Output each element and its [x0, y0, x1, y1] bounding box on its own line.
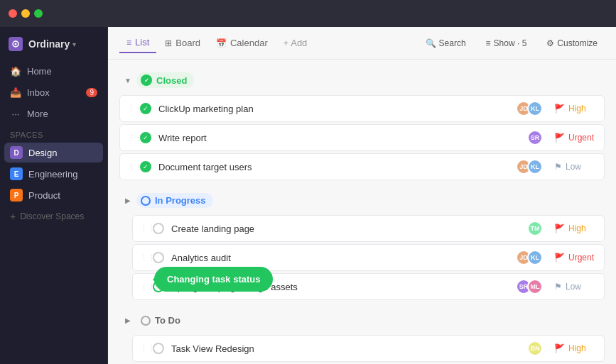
tooltip-bubble: Changing task status: [154, 267, 273, 292]
task-priority: 🚩 High: [554, 343, 597, 353]
task-name: ClickUp marketing plan: [158, 104, 516, 114]
sidebar-item-home[interactable]: 🏠 Home: [4, 61, 103, 81]
table-row[interactable]: ⋮⋮ Write report SR 🚩 Urgent: [119, 124, 605, 151]
flag-icon: 🚩: [554, 343, 565, 353]
more-icon: ···: [10, 108, 21, 119]
sidebar-item-engineering[interactable]: E Engineering: [4, 164, 103, 184]
sidebar-more-label: More: [27, 109, 48, 119]
closed-status-icon: ✓: [141, 75, 152, 86]
add-view-label: + Add: [283, 38, 308, 48]
table-row[interactable]: ⋮⋮ Task View Redesign BN 🚩 High: [132, 335, 605, 362]
home-icon: 🏠: [10, 65, 21, 77]
table-row[interactable]: ⋮⋮ ClickUp marketing plan JD KL 🚩 High: [119, 95, 605, 122]
drag-handle-icon: ⋮⋮: [127, 162, 136, 172]
group-header-in-progress[interactable]: ▶ In Progress: [119, 189, 605, 212]
task-name: Create landing page: [171, 224, 527, 234]
task-checkbox[interactable]: [140, 132, 151, 143]
search-label: Search: [439, 38, 466, 48]
traffic-lights: [9, 9, 43, 18]
drag-handle-icon: ⋮⋮: [127, 133, 136, 143]
avatar: KL: [527, 159, 543, 175]
gear-icon: ⚙: [546, 38, 554, 48]
sidebar-item-inbox[interactable]: 📥 Inbox 9: [4, 82, 103, 102]
drag-handle-icon: ⋮⋮: [140, 253, 148, 263]
task-priority: 🚩 Urgent: [554, 133, 597, 143]
tab-calendar-label: Calendar: [230, 38, 268, 48]
priority-label: Low: [566, 162, 581, 172]
avatar: SR: [527, 130, 543, 145]
sidebar: Ordinary ▾ 🏠 Home 📥 Inbox 9 ··· More Spa…: [0, 27, 108, 364]
main-content: ≡ List ⊞ Board 📅 Calendar + Add 🔍: [108, 27, 616, 364]
todo-badge: To Do: [136, 313, 188, 328]
sidebar-home-label: Home: [27, 66, 52, 77]
workspace-chevron-icon: ▾: [72, 40, 76, 48]
search-button[interactable]: 🔍 Search: [418, 35, 473, 52]
task-priority: 🚩 High: [554, 104, 597, 114]
drag-handle-icon: ⋮⋮: [140, 282, 148, 292]
tab-board[interactable]: ⊞ Board: [158, 33, 207, 53]
in-progress-label: In Progress: [155, 195, 206, 206]
engineering-space-dot: E: [10, 167, 23, 180]
table-row[interactable]: ⋮⋮ Create landing page TM 🚩 High: [132, 215, 605, 242]
priority-label: High: [568, 343, 586, 353]
task-avatars: BN: [527, 341, 543, 356]
in-progress-status-icon: [141, 196, 151, 206]
view-tabs: ≡ List ⊞ Board 📅 Calendar + Add: [119, 33, 418, 53]
task-checkbox[interactable]: [140, 161, 151, 172]
priority-label: Urgent: [568, 133, 594, 143]
design-space-dot: D: [10, 146, 23, 159]
tab-list-label: List: [135, 37, 149, 48]
search-icon: 🔍: [426, 38, 436, 48]
task-priority: ⚑ Low: [554, 162, 597, 172]
show-icon: ≡: [486, 38, 491, 48]
flag-icon: 🚩: [554, 133, 565, 143]
task-name: Analytics audit: [171, 253, 516, 263]
todo-chevron-icon: ▶: [122, 315, 134, 326]
discover-spaces-button[interactable]: + Discover Spaces: [0, 207, 107, 226]
flag-icon: 🚩: [554, 253, 565, 263]
task-checkbox[interactable]: [153, 252, 164, 263]
board-tab-icon: ⊞: [165, 38, 172, 48]
task-checkbox[interactable]: [153, 223, 164, 234]
titlebar: [0, 0, 616, 27]
task-checkbox[interactable]: [140, 103, 151, 114]
table-row[interactable]: ⋮⋮ Document target users JD KL ⚑ Low: [119, 153, 605, 180]
fullscreen-button[interactable]: [34, 9, 43, 18]
priority-label: Urgent: [568, 253, 594, 263]
add-view-button[interactable]: + Add: [276, 33, 315, 53]
task-avatars: SR ML: [516, 279, 543, 294]
flag-icon: ⚑: [554, 282, 562, 292]
drag-handle-icon: ⋮⋮: [140, 344, 148, 353]
plus-icon: +: [10, 211, 16, 222]
group-header-todo[interactable]: ▶ To Do: [119, 309, 605, 332]
engineering-label: Engineering: [28, 169, 77, 180]
workspace-switcher[interactable]: Ordinary ▾: [0, 33, 107, 55]
discover-spaces-label: Discover Spaces: [20, 211, 84, 221]
avatar: BN: [527, 341, 543, 356]
priority-label: Low: [566, 282, 581, 292]
closed-label: Closed: [156, 75, 187, 86]
close-button[interactable]: [9, 9, 17, 18]
calendar-tab-icon: 📅: [216, 38, 227, 48]
show-button[interactable]: ≡ Show · 5: [479, 35, 534, 52]
tab-list[interactable]: ≡ List: [119, 33, 156, 53]
inbox-badge: 9: [86, 88, 97, 97]
group-header-closed[interactable]: ▼ ✓ Closed: [119, 68, 605, 92]
header-actions: 🔍 Search ≡ Show · 5 ⚙ Customize: [418, 35, 605, 52]
closed-task-list: ⋮⋮ ClickUp marketing plan JD KL 🚩 High ⋮…: [119, 95, 605, 180]
sidebar-item-more[interactable]: ··· More: [4, 104, 103, 123]
task-avatars: TM: [527, 221, 543, 236]
table-row[interactable]: ⋮⋮ Spring campaign image assets SR ML ⚑ …: [132, 273, 605, 300]
minimize-button[interactable]: [21, 9, 30, 18]
workspace-icon: [9, 37, 23, 51]
task-name: Write report: [158, 133, 527, 143]
sidebar-item-product[interactable]: P Product: [4, 185, 103, 205]
show-label: Show · 5: [494, 38, 527, 48]
task-checkbox[interactable]: [153, 343, 164, 354]
task-avatars: JD KL: [516, 101, 543, 116]
tab-calendar[interactable]: 📅 Calendar: [209, 33, 275, 53]
sidebar-item-design[interactable]: D Design: [4, 143, 103, 162]
in-progress-task-list: ⋮⋮ Create landing page TM 🚩 High ⋮⋮ Anal: [132, 215, 605, 300]
customize-button[interactable]: ⚙ Customize: [539, 35, 605, 52]
svg-point-1: [15, 43, 17, 45]
